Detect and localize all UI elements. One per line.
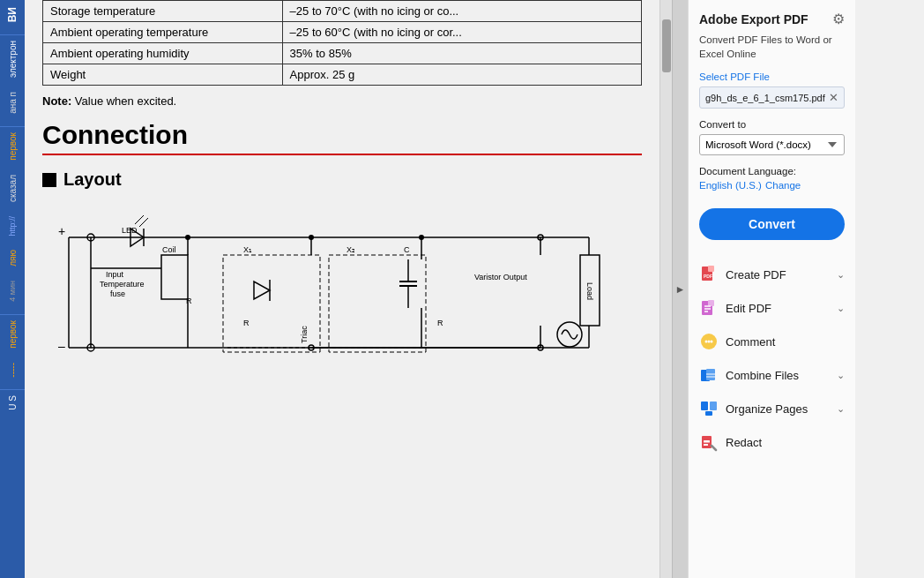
svg-line-9 (135, 215, 144, 224)
tool-comment-label: Comment (726, 335, 775, 349)
tool-organize-pages[interactable]: Organize Pages ⌄ (699, 392, 845, 425)
specs-table: Storage temperature –25 to 70°C (with no… (42, 0, 642, 86)
edit-pdf-icon (699, 298, 719, 318)
doc-lang-value[interactable]: English (U.S.) (699, 180, 762, 191)
tool-combine-left: Combine Files (699, 365, 799, 385)
pdf-viewer: Storage temperature –25 to 70°C (with no… (25, 0, 672, 578)
tool-create-pdf-label: Create PDF (726, 268, 786, 281)
svg-point-68 (711, 341, 713, 343)
organize-pages-chevron-icon: ⌄ (837, 403, 845, 415)
table-cell-label: Storage temperature (43, 1, 283, 22)
table-cell-label: Ambient operating humidity (43, 43, 283, 64)
black-square-icon (42, 173, 56, 187)
create-pdf-icon: PDF (699, 265, 719, 284)
svg-rect-22 (329, 255, 426, 352)
svg-rect-78 (704, 440, 710, 443)
svg-line-10 (139, 218, 148, 227)
convert-button[interactable]: Convert (699, 208, 845, 240)
svg-text:Varistor Output: Varistor Output (474, 273, 527, 281)
create-pdf-chevron-icon: ⌄ (837, 269, 845, 281)
circuit-diagram: + – LED (42, 202, 642, 379)
svg-rect-75 (705, 411, 712, 416)
table-row: Weight Approx. 25 g (43, 64, 642, 86)
svg-rect-58 (708, 266, 714, 272)
svg-text:+: + (58, 224, 65, 238)
svg-text:LED: LED (122, 226, 138, 235)
tool-comment-left: Comment (699, 332, 775, 351)
tool-comment[interactable]: Comment ⌄ (699, 325, 845, 358)
organize-pages-icon (699, 399, 719, 418)
tool-organize-label: Organize Pages (726, 402, 808, 416)
sub-heading: Layout (42, 169, 642, 190)
svg-text:X₂: X₂ (346, 245, 355, 254)
table-cell-value: Approx. 25 g (282, 64, 641, 86)
table-cell-value: –25 to 70°C (with no icing or co... (282, 1, 641, 22)
tool-edit-pdf-left: Edit PDF (699, 298, 771, 318)
sidebar-text-8: U S (8, 392, 18, 414)
tool-create-pdf[interactable]: PDF Create PDF ⌄ (699, 258, 845, 291)
red-divider (42, 154, 642, 155)
pdf-content: Storage temperature –25 to 70°C (with no… (25, 0, 659, 396)
file-chip: g9h_ds_e_6_1_csm175.pdf ✕ (699, 86, 845, 109)
svg-rect-74 (710, 402, 717, 410)
svg-text:Load: Load (585, 282, 594, 300)
panel-header: Adobe Export PDF ⚙ (699, 11, 845, 27)
tool-edit-pdf[interactable]: Edit PDF ⌄ (699, 291, 845, 325)
svg-text:C: C (404, 245, 410, 254)
tool-combine-label: Combine Files (726, 369, 799, 382)
tool-redact-label: Redact (726, 436, 762, 449)
tool-redact[interactable]: Redact ⌄ (699, 425, 845, 459)
right-panel-collapse-button[interactable]: ► (672, 0, 688, 578)
note-value: Value when excited. (71, 94, 176, 108)
svg-rect-79 (704, 444, 708, 446)
tools-list: PDF Create PDF ⌄ (699, 258, 845, 459)
convert-to-label: Convert to (699, 119, 845, 130)
svg-rect-14 (161, 255, 188, 299)
svg-text:Temperature: Temperature (100, 280, 145, 289)
svg-text:Coil: Coil (162, 245, 176, 254)
file-chip-name: g9h_ds_e_6_1_csm175.pdf (705, 93, 825, 103)
sidebar-text-4[interactable]: первок (8, 129, 18, 164)
scrollbar-thumb[interactable] (662, 19, 671, 72)
convert-format-select[interactable]: Microsoft Word (*.docx) Microsoft Excel … (699, 134, 845, 155)
note-paragraph: Note: Value when excited. (42, 94, 642, 108)
svg-text:–: – (58, 339, 65, 353)
comment-icon (699, 332, 719, 351)
svg-line-77 (712, 446, 716, 450)
table-row: Ambient operating temperature –25 to 60°… (43, 22, 642, 43)
svg-rect-61 (708, 300, 714, 306)
svg-point-67 (708, 341, 711, 343)
svg-text:R: R (437, 319, 443, 327)
table-row: Storage temperature –25 to 70°C (with no… (43, 1, 642, 22)
tool-combine-files[interactable]: Combine Files ⌄ (699, 358, 845, 392)
panel-title: Adobe Export PDF (699, 12, 808, 26)
file-chip-close-icon[interactable]: ✕ (829, 91, 838, 104)
redact-icon (699, 432, 719, 452)
combine-files-icon (699, 365, 719, 385)
sidebar-text-1: ВИ (6, 4, 19, 26)
tool-organize-left: Organize Pages (699, 399, 808, 418)
doc-lang-change-link[interactable]: Change (765, 180, 801, 191)
sidebar-text-6[interactable]: ляю (8, 246, 18, 270)
sidebar-text-2[interactable]: электрон (8, 37, 18, 81)
pdf-scrollbar[interactable] (659, 0, 672, 578)
sidebar-time: 4 мин (8, 277, 17, 305)
gear-icon[interactable]: ⚙ (832, 11, 845, 27)
doc-lang-label: Document Language: (699, 166, 796, 176)
svg-text:R: R (186, 297, 192, 305)
tool-create-pdf-left: PDF Create PDF (699, 265, 786, 284)
pdf-scroll-area[interactable]: Storage temperature –25 to 70°C (with no… (25, 0, 659, 578)
select-pdf-label: Select PDF File (699, 71, 845, 82)
sidebar-text-7[interactable]: первок (8, 317, 18, 352)
tool-redact-left: Redact (699, 432, 762, 452)
table-cell-value: –25 to 60°C (with no icing or cor... (282, 22, 641, 43)
svg-text:Triac: Triac (300, 326, 309, 343)
sidebar-link-1[interactable]: http:// (8, 213, 17, 240)
table-cell-label: Weight (43, 64, 283, 86)
svg-text:Input: Input (106, 270, 124, 279)
circuit-svg: + – LED (42, 202, 642, 374)
sidebar-text-5: сказал (8, 171, 18, 206)
svg-text:R: R (243, 319, 250, 327)
table-cell-value: 35% to 85% (282, 43, 641, 64)
main-area: Storage temperature –25 to 70°C (with no… (25, 0, 924, 578)
